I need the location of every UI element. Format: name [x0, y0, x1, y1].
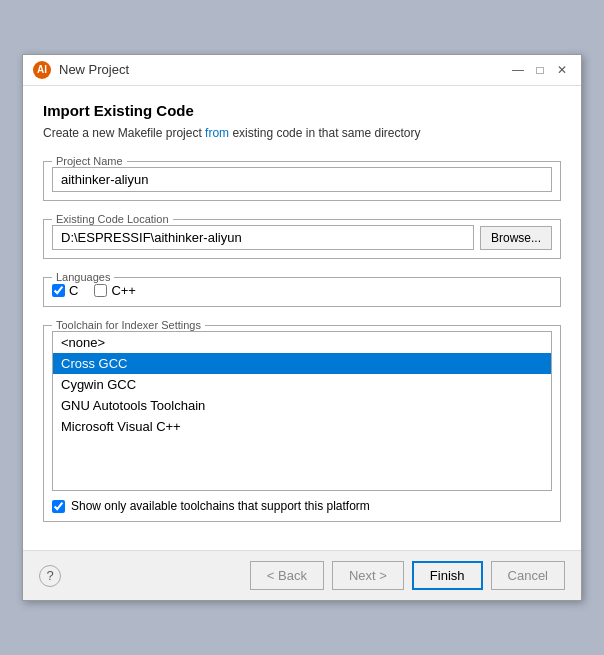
next-button[interactable]: Next > — [332, 561, 404, 590]
close-button[interactable]: ✕ — [553, 61, 571, 79]
finish-button[interactable]: Finish — [412, 561, 483, 590]
app-icon-label: AI — [37, 64, 47, 75]
app-icon: AI — [33, 61, 51, 79]
languages-legend: Languages — [52, 271, 114, 283]
cancel-button[interactable]: Cancel — [491, 561, 565, 590]
maximize-button[interactable]: □ — [531, 61, 549, 79]
cpp-language-item[interactable]: C++ — [94, 283, 136, 298]
project-name-legend: Project Name — [52, 155, 127, 167]
languages-fieldset: Languages C C++ — [43, 271, 561, 307]
location-row: Browse... — [52, 225, 552, 250]
footer-left: ? — [39, 565, 61, 587]
toolchain-item-msvc[interactable]: Microsoft Visual C++ — [53, 416, 551, 437]
back-button[interactable]: < Back — [250, 561, 324, 590]
location-fieldset: Existing Code Location Browse... — [43, 213, 561, 259]
toolchain-item-gnu-autotools[interactable]: GNU Autotools Toolchain — [53, 395, 551, 416]
toolchain-list: <none> Cross GCC Cygwin GCC GNU Autotool… — [52, 331, 552, 491]
c-language-item[interactable]: C — [52, 283, 78, 298]
toolchain-legend: Toolchain for Indexer Settings — [52, 319, 205, 331]
footer: ? < Back Next > Finish Cancel — [23, 550, 581, 600]
toolchain-fieldset: Toolchain for Indexer Settings <none> Cr… — [43, 319, 561, 522]
toolchain-item-cross-gcc[interactable]: Cross GCC — [53, 353, 551, 374]
page-description: Create a new Makefile project from exist… — [43, 125, 561, 142]
languages-row: C C++ — [52, 283, 552, 298]
footer-right: < Back Next > Finish Cancel — [250, 561, 565, 590]
main-content: Import Existing Code Create a new Makefi… — [23, 86, 581, 551]
project-name-input[interactable] — [52, 167, 552, 192]
show-available-row: Show only available toolchains that supp… — [52, 499, 552, 513]
minimize-button[interactable]: — — [509, 61, 527, 79]
description-highlight: from — [205, 126, 229, 140]
window-title: New Project — [59, 62, 501, 77]
location-legend: Existing Code Location — [52, 213, 173, 225]
toolchain-item-cygwin-gcc[interactable]: Cygwin GCC — [53, 374, 551, 395]
cpp-checkbox[interactable] — [94, 284, 107, 297]
toolchain-item-none[interactable]: <none> — [53, 332, 551, 353]
c-label: C — [69, 283, 78, 298]
titlebar: AI New Project — □ ✕ — [23, 55, 581, 86]
project-name-fieldset: Project Name — [43, 155, 561, 201]
location-input[interactable] — [52, 225, 474, 250]
show-available-checkbox[interactable] — [52, 500, 65, 513]
new-project-window: AI New Project — □ ✕ Import Existing Cod… — [22, 54, 582, 602]
window-controls: — □ ✕ — [509, 61, 571, 79]
show-available-label: Show only available toolchains that supp… — [71, 499, 370, 513]
cpp-label: C++ — [111, 283, 136, 298]
c-checkbox[interactable] — [52, 284, 65, 297]
browse-button[interactable]: Browse... — [480, 226, 552, 250]
help-button[interactable]: ? — [39, 565, 61, 587]
page-title: Import Existing Code — [43, 102, 561, 119]
